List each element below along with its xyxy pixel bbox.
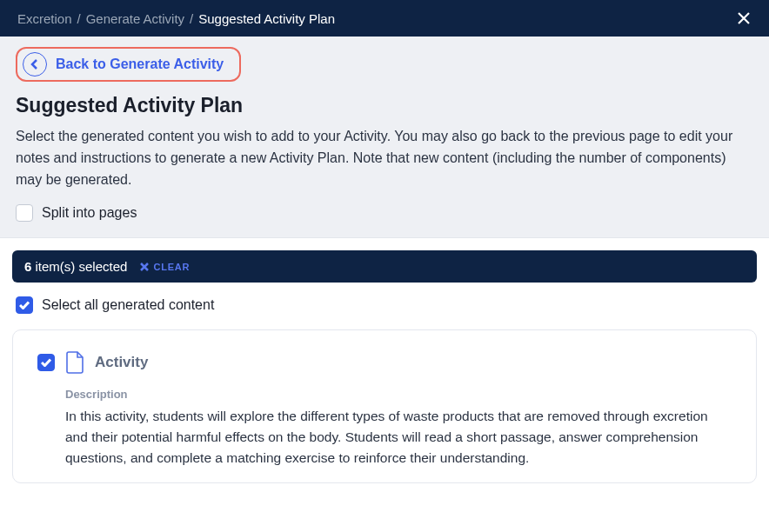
clear-selection-button[interactable]: CLEAR <box>139 262 190 272</box>
select-all-checkbox[interactable] <box>16 296 33 314</box>
page-description: Select the generated content you wish to… <box>16 126 753 190</box>
activity-card-title: Activity <box>95 354 148 371</box>
selection-count-number: 6 <box>24 259 31 274</box>
activity-description-body: In this activity, students will explore … <box>65 406 732 469</box>
chevron-left-icon <box>23 52 47 76</box>
activity-description-label: Description <box>65 388 732 401</box>
select-all-label: Select all generated content <box>42 297 214 313</box>
document-icon <box>65 351 84 374</box>
selection-count-text: item(s) selected <box>36 259 128 274</box>
back-button-label: Back to Generate Activity <box>56 57 224 72</box>
split-into-pages-option[interactable]: Split into pages <box>16 204 753 222</box>
breadcrumb-separator: / <box>190 11 193 26</box>
selection-bar: 6 item(s) selected CLEAR <box>12 250 757 283</box>
selection-count: 6 item(s) selected <box>24 259 127 274</box>
check-icon <box>19 301 30 309</box>
split-checkbox[interactable] <box>16 204 33 222</box>
back-button[interactable]: Back to Generate Activity <box>16 47 241 82</box>
breadcrumb: Excretion / Generate Activity / Suggeste… <box>17 11 335 26</box>
lower-panel: 6 item(s) selected CLEAR Select all gene… <box>0 238 769 532</box>
close-icon <box>139 262 150 272</box>
page-title: Suggested Activity Plan <box>16 94 753 117</box>
breadcrumb-current: Suggested Activity Plan <box>198 11 335 26</box>
select-all-row[interactable]: Select all generated content <box>12 283 757 329</box>
clear-label: CLEAR <box>153 262 190 272</box>
breadcrumb-level2[interactable]: Generate Activity <box>86 11 184 26</box>
breadcrumb-level1[interactable]: Excretion <box>17 11 72 26</box>
close-icon <box>736 10 752 26</box>
activity-card-header: Activity <box>37 351 732 374</box>
check-icon <box>41 358 51 367</box>
upper-panel: Back to Generate Activity Suggested Acti… <box>0 37 769 238</box>
activity-card-body: Description In this activity, students w… <box>37 388 732 469</box>
close-button[interactable] <box>734 9 753 28</box>
activity-checkbox[interactable] <box>37 354 55 371</box>
header-bar: Excretion / Generate Activity / Suggeste… <box>0 0 769 37</box>
modal-root: Excretion / Generate Activity / Suggeste… <box>0 0 769 532</box>
activity-card: Activity Description In this activity, s… <box>12 329 757 483</box>
split-label: Split into pages <box>42 205 137 221</box>
breadcrumb-separator: / <box>77 11 81 26</box>
